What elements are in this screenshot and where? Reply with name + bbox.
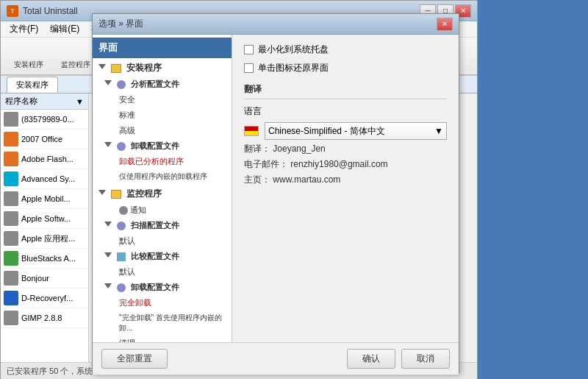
app-icon: T (7, 5, 18, 17)
app-icon-4 (4, 191, 18, 206)
list-item[interactable]: BlueStacks A... (1, 249, 88, 269)
app-list-panel: 程序名称 ▼ (83579989-0... 2007 Office Adobe … (1, 93, 89, 362)
list-item[interactable]: Apple Softw... (1, 209, 88, 229)
app-name-1: 2007 Office (21, 135, 62, 144)
list-item[interactable]: Bonjour (1, 269, 88, 288)
tree-item-scan-default[interactable]: 默认 (93, 233, 232, 249)
dialog-titlebar: 选项 » 界面 ✕ (93, 14, 459, 35)
translator-label: 翻译： (244, 144, 270, 154)
translator-info: 翻译： Joeyang_Jen (244, 143, 447, 155)
app-icon-0 (4, 112, 18, 127)
wrench-icon (117, 283, 126, 292)
checkbox-row-minimize: 最小化到系统托盘 (244, 43, 447, 56)
minimize-checkbox[interactable] (244, 45, 254, 54)
app-name-0: (83579989-0... (21, 115, 74, 124)
app-name-6: Apple 应用程... (21, 233, 75, 244)
list-item[interactable]: Apple Mobil... (1, 189, 88, 209)
cancel-button[interactable]: 取消 (401, 349, 450, 369)
tree-expand-icon (104, 80, 112, 89)
app-icon-6 (4, 231, 18, 246)
tree-subsection-compare[interactable]: 比较配置文件 (93, 249, 232, 264)
list-item[interactable]: GIMP 2.8.8 (1, 308, 88, 328)
uninstall-config-label: 卸载配置文件 (131, 141, 179, 152)
app-name-3: Advanced Sy... (21, 174, 75, 183)
tree-root-界面[interactable]: 界面 (93, 38, 232, 58)
program-name-header: 程序名称 (5, 96, 37, 107)
dropdown-arrow-icon: ▼ (434, 126, 443, 136)
reset-all-button[interactable]: 全部重置 (101, 349, 168, 369)
list-item[interactable]: Advanced Sy... (1, 169, 88, 189)
tree-item-通知[interactable]: 通知 (93, 202, 232, 218)
homepage-label: 主页： (244, 174, 270, 185)
wrench-icon (117, 222, 126, 230)
list-item[interactable]: Adobe Flash... (1, 149, 88, 169)
app-list-header: 程序名称 ▼ (1, 93, 88, 110)
tree-item-完全卸载[interactable]: 完全卸载 (93, 295, 232, 311)
tree-subsection-uninstall-config[interactable]: 卸载配置文件 (93, 138, 232, 154)
list-item[interactable]: (83579989-0... (1, 110, 88, 130)
tree-monitor-label: 监控程序 (126, 188, 162, 200)
toolbar-monitor-label: 监控程序 (61, 60, 90, 70)
tree-subsection-analyze[interactable]: 分析配置文件 (93, 77, 232, 92)
dialog-window: 选项 » 界面 ✕ 界面 安装程序 分析配置文件 (92, 13, 459, 374)
translator-value: Joeyang_Jen (273, 144, 325, 154)
tree-expand-icon (98, 190, 106, 199)
filter-icon[interactable]: ▼ (76, 97, 84, 106)
app-name-5: Apple Softw... (21, 214, 71, 223)
checkbox-row-restore: 单击图标还原界面 (244, 62, 447, 74)
confirm-button[interactable]: 确认 (347, 349, 395, 369)
app-name-7: BlueStacks A... (21, 254, 76, 263)
right-panel: 最小化到系统托盘 单击图标还原界面 翻译 语言 Chinese-Simplifi… (232, 35, 459, 342)
toolbar-install[interactable]: 安装程序 (7, 40, 51, 72)
tree-item-安全[interactable]: 安全 (93, 92, 232, 107)
tree-expand-icon (104, 252, 112, 261)
language-row: Chinese-Simplified - 简体中文 ▼ (244, 122, 447, 140)
tree-item-清理[interactable]: 清理 (93, 336, 232, 342)
selected-language: Chinese-Simplified - 简体中文 (268, 125, 385, 138)
flag-china-icon (244, 126, 259, 136)
restore-checkbox[interactable] (244, 63, 254, 73)
scan-label: 扫描配置文件 (131, 220, 179, 231)
language-select[interactable]: Chinese-Simplified - 简体中文 ▼ (265, 122, 447, 140)
email-info: 电子邮件： renzhiy1980@gmail.com (244, 158, 447, 171)
install-icon (20, 42, 37, 58)
status-text: 已安装程序 50 个，系统... (7, 366, 100, 377)
dialog-footer: 全部重置 确认 取消 (93, 342, 459, 375)
tree-section-install-header[interactable]: 安装程序 (93, 60, 232, 77)
tab-install[interactable]: 安装程序 (7, 77, 58, 93)
gear-icon (119, 206, 128, 215)
tree-panel: 界面 安装程序 分析配置文件 安全 标准 高级 (93, 35, 232, 342)
tree-item-卸载已分析[interactable]: 卸载已分析的程序 (93, 154, 232, 169)
app-icon-8 (4, 271, 18, 286)
tree-item-仅使用[interactable]: 仅使用程序内嵌的卸载程序 (93, 169, 232, 184)
minimize-label: 最小化到系统托盘 (258, 43, 329, 56)
app-icon-10 (4, 311, 18, 325)
footer-left: 全部重置 (101, 349, 168, 369)
menu-file[interactable]: 文件(F) (4, 21, 44, 37)
menu-edit[interactable]: 编辑(E) (44, 21, 85, 37)
tree-subsection-uninstall2[interactable]: 卸载配置文件 (93, 280, 232, 295)
tree-item-compare-default[interactable]: 默认 (93, 264, 232, 280)
folder-icon (111, 190, 121, 199)
tree-subsection-scan[interactable]: 扫描配置文件 (93, 218, 232, 233)
tree-expand-icon (104, 142, 112, 151)
footer-right: 确认 取消 (347, 349, 450, 369)
wrench-icon (117, 142, 126, 151)
language-label: 语言 (244, 106, 262, 116)
tree-item-完全卸载desc[interactable]: "完全卸载" 首先使用程序内嵌的卸... (93, 311, 232, 336)
dialog-close-button[interactable]: ✕ (437, 18, 453, 31)
app-icon-3 (4, 171, 18, 186)
translation-divider (244, 99, 447, 99)
tree-section-monitor-header[interactable]: 监控程序 (93, 185, 232, 202)
toolbar-monitor[interactable]: 监控程序 (54, 40, 98, 72)
tree-expand-icon (98, 64, 106, 73)
tree-item-高级[interactable]: 高级 (93, 123, 232, 138)
tree-item-标准[interactable]: 标准 (93, 107, 232, 123)
app-name-9: D-Recoveryf... (21, 294, 73, 302)
list-item[interactable]: Apple 应用程... (1, 229, 88, 249)
wrench-icon (117, 80, 126, 89)
list-item[interactable]: 2007 Office (1, 130, 88, 149)
analyze-label: 分析配置文件 (131, 79, 179, 90)
app-name-2: Adobe Flash... (21, 155, 74, 163)
list-item[interactable]: D-Recoveryf... (1, 288, 88, 308)
